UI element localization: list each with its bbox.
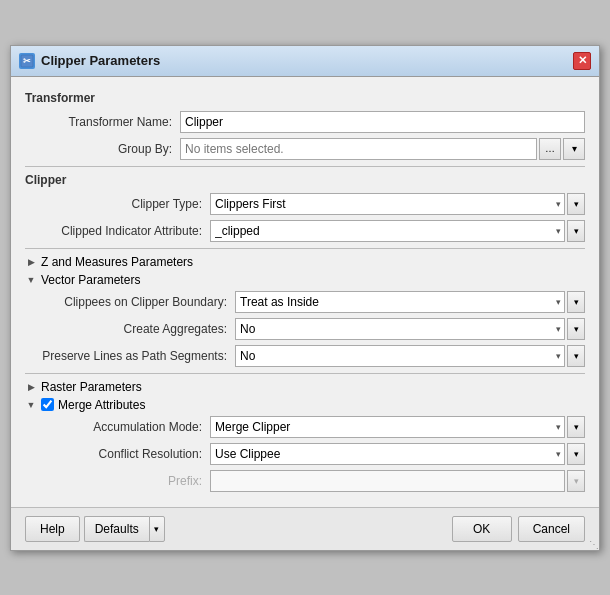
- clipper-type-label: Clipper Type:: [35, 197, 210, 211]
- boundary-select[interactable]: Treat as Inside Treat as Outside: [235, 291, 565, 313]
- transformer-name-input[interactable]: [180, 111, 585, 133]
- boundary-label: Clippees on Clipper Boundary:: [35, 295, 235, 309]
- z-measures-label: Z and Measures Parameters: [41, 255, 193, 269]
- defaults-button-group: Defaults ▾: [84, 516, 165, 542]
- cancel-button[interactable]: Cancel: [518, 516, 585, 542]
- preserve-select[interactable]: No Yes: [235, 345, 565, 367]
- transformer-name-label: Transformer Name:: [35, 115, 180, 129]
- preserve-extra-button[interactable]: ▾: [567, 345, 585, 367]
- accum-label: Accumulation Mode:: [35, 420, 210, 434]
- separator-2: [25, 248, 585, 249]
- group-by-input[interactable]: [180, 138, 537, 160]
- group-by-dropdown-button[interactable]: ▾: [563, 138, 585, 160]
- merge-label: Merge Attributes: [58, 398, 145, 412]
- merge-collapse-icon: ▼: [25, 399, 37, 411]
- vector-label: Vector Parameters: [41, 273, 140, 287]
- group-by-browse-button[interactable]: …: [539, 138, 561, 160]
- conflict-select[interactable]: Use Clippee Use Clipper No Resolution: [210, 443, 565, 465]
- ok-button[interactable]: OK: [452, 516, 512, 542]
- merge-checkbox-label[interactable]: Merge Attributes: [41, 398, 145, 412]
- clipper-section-label: Clipper: [25, 173, 585, 187]
- merge-checkbox[interactable]: [41, 398, 54, 411]
- aggregates-select[interactable]: No Yes: [235, 318, 565, 340]
- merge-header[interactable]: ▼ Merge Attributes: [25, 398, 585, 412]
- raster-collapse-icon: ▶: [25, 381, 37, 393]
- defaults-dropdown-button[interactable]: ▾: [149, 516, 165, 542]
- accum-select[interactable]: Merge Clipper Merge Clippee No Merge: [210, 416, 565, 438]
- prefix-input[interactable]: [210, 470, 565, 492]
- dialog-icon: ✂: [19, 53, 35, 69]
- aggregates-extra-button[interactable]: ▾: [567, 318, 585, 340]
- boundary-extra-button[interactable]: ▾: [567, 291, 585, 313]
- z-measures-collapse-icon: ▶: [25, 256, 37, 268]
- separator-3: [25, 373, 585, 374]
- indicator-label: Clipped Indicator Attribute:: [35, 224, 210, 238]
- prefix-label: Prefix:: [35, 474, 210, 488]
- vector-header[interactable]: ▼ Vector Parameters: [25, 273, 585, 287]
- conflict-label: Conflict Resolution:: [35, 447, 210, 461]
- conflict-extra-button[interactable]: ▾: [567, 443, 585, 465]
- vector-collapse-icon: ▼: [25, 274, 37, 286]
- transformer-section-label: Transformer: [25, 91, 585, 105]
- right-buttons: OK Cancel: [452, 516, 585, 542]
- title-bar: ✂ Clipper Parameters ✕: [11, 46, 599, 77]
- aggregates-label: Create Aggregates:: [35, 322, 235, 336]
- clipper-type-extra-button[interactable]: ▾: [567, 193, 585, 215]
- separator-1: [25, 166, 585, 167]
- group-by-label: Group By:: [35, 142, 180, 156]
- close-button[interactable]: ✕: [573, 52, 591, 70]
- svg-text:✂: ✂: [23, 56, 31, 66]
- z-measures-header[interactable]: ▶ Z and Measures Parameters: [25, 255, 585, 269]
- bottom-bar: Help Defaults ▾ OK Cancel: [11, 507, 599, 550]
- resize-handle[interactable]: ⋱: [587, 538, 599, 550]
- indicator-select[interactable]: _clipped: [210, 220, 565, 242]
- indicator-extra-button[interactable]: ▾: [567, 220, 585, 242]
- prefix-extra-button[interactable]: ▾: [567, 470, 585, 492]
- clipper-type-select[interactable]: Clippers First Clippees First: [210, 193, 565, 215]
- dialog-title: Clipper Parameters: [41, 53, 160, 68]
- left-buttons: Help Defaults ▾: [25, 516, 165, 542]
- raster-header[interactable]: ▶ Raster Parameters: [25, 380, 585, 394]
- raster-label: Raster Parameters: [41, 380, 142, 394]
- help-button[interactable]: Help: [25, 516, 80, 542]
- defaults-button[interactable]: Defaults: [84, 516, 149, 542]
- preserve-label: Preserve Lines as Path Segments:: [35, 349, 235, 363]
- accum-extra-button[interactable]: ▾: [567, 416, 585, 438]
